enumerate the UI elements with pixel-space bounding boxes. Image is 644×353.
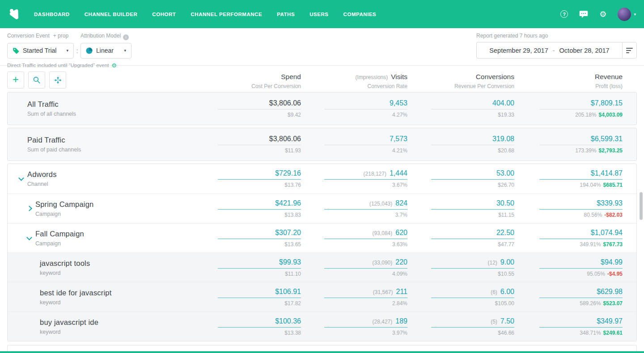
profit-amount: $685.71 — [603, 182, 623, 188]
avatar[interactable] — [618, 8, 631, 21]
cell-value-line[interactable]: $3,806.06 — [218, 99, 301, 109]
impressions-count: (125,043) — [369, 201, 392, 207]
plus-icon: + — [13, 75, 18, 85]
cell-value: 7,573 — [390, 135, 407, 143]
table-row[interactable]: javascript tools keyword $99.93 $11.10 (… — [8, 252, 636, 282]
table-row[interactable]: All Traffic Sum of all channels $3,806.0… — [8, 92, 636, 125]
cell-value-line[interactable]: (5)7.50 — [431, 317, 514, 328]
add-button[interactable]: + — [7, 71, 24, 88]
cell-value-line[interactable]: 30.50 — [431, 199, 514, 210]
nav-item-users[interactable]: USERS — [309, 12, 328, 17]
cell-subvalue: $105.00 — [407, 300, 514, 307]
nav-item-cohort[interactable]: COHORT — [152, 12, 176, 17]
add-prop-link[interactable]: + prop — [53, 33, 68, 39]
cell-value-line[interactable]: $3,806.06 — [218, 135, 301, 145]
gear-icon[interactable]: ⚙ — [599, 10, 606, 18]
cell-value-line[interactable]: $6,599.31 — [539, 135, 623, 145]
spend-cell: $100.36 $13.38 — [195, 317, 301, 336]
cell-value: $3,806.06 — [269, 99, 301, 107]
table-row[interactable]: buy javascript ide keyword $100.36 $13.3… — [8, 311, 636, 341]
profit-percentage: 205.18% — [575, 112, 596, 118]
cell-value: 824 — [395, 199, 407, 207]
impressions-count: (33,090) — [373, 260, 393, 266]
conversion-event-dropdown[interactable]: Started Trial ▾ — [7, 43, 74, 59]
cell-value: 9.00 — [500, 258, 514, 266]
gear-icon[interactable]: ⚙ — [111, 62, 117, 69]
profit-percentage: 349.91% — [580, 241, 601, 248]
cell-subvalue: 3.67% — [301, 182, 407, 188]
help-icon[interactable]: ? — [560, 10, 568, 18]
cell-value-line[interactable]: $1,414.87 — [539, 169, 623, 180]
spend-cell: $307.20 $13.65 — [195, 229, 301, 248]
cell-value-line[interactable]: $94.99 — [539, 258, 623, 269]
app-logo[interactable] — [8, 7, 22, 21]
date-range-picker[interactable]: September 29, 2017 - October 28, 2017 — [476, 42, 622, 59]
visits-cell: (31,567)211 2.84% — [301, 288, 407, 307]
chat-icon[interactable] — [579, 10, 588, 18]
cell-value-line[interactable]: (6)6.00 — [431, 288, 514, 298]
spend-cell: $106.91 $17.82 — [195, 288, 301, 307]
cell-value-line[interactable]: $100.36 — [218, 317, 301, 328]
visits-cell: (28,427)189 3.97% — [301, 317, 407, 336]
cell-value-line[interactable]: 404.00 — [431, 99, 514, 109]
report-options-button[interactable] — [622, 42, 637, 59]
cell-value-line[interactable]: $421.96 — [218, 199, 301, 210]
cell-value-line[interactable]: (93,084)620 — [324, 229, 407, 239]
search-button[interactable] — [28, 71, 45, 88]
cell-value-line[interactable]: (218,127)1,444 — [324, 169, 407, 180]
nav-item-channel-performance[interactable]: CHANNEL PERFORMANCE — [191, 12, 262, 17]
move-button[interactable] — [49, 71, 66, 88]
cell-value-line[interactable]: (125,043)824 — [324, 199, 407, 210]
cell-value: 7.50 — [500, 317, 514, 325]
cell-subvalue: 4.21% — [301, 147, 407, 154]
cell-value-line[interactable]: $7,809.15 — [539, 99, 623, 109]
cell-value-line[interactable]: $339.93 — [539, 199, 623, 210]
cell-subvalue: 2.84% — [301, 300, 407, 307]
nav-item-channel-builder[interactable]: CHANNEL BUILDER — [85, 12, 138, 17]
column-header-conversions: Conversions Revenue Per Conversion — [407, 71, 514, 89]
table-row[interactable]: Fall Campaign Campaign $307.20 $13.65 (9… — [8, 223, 636, 252]
cell-prefix: (12) — [488, 260, 497, 266]
column-header-spend: Spend Cost Per Conversion — [195, 71, 301, 89]
nav-item-dashboard[interactable]: DASHBOARD — [34, 12, 70, 17]
revenue-cell: $1,074.94 349.91%$767.73 — [514, 229, 623, 248]
cell-value-line[interactable]: $629.98 — [539, 288, 623, 298]
row-subtitle: Campaign — [35, 211, 94, 217]
cell-value: 319.08 — [492, 135, 514, 143]
profit-percentage: 80.56% — [584, 212, 602, 218]
cell-value-line[interactable]: $106.91 — [218, 288, 301, 298]
cell-value-line[interactable]: 9,453 — [324, 99, 407, 109]
nav-item-companies[interactable]: COMPANIES — [343, 12, 377, 17]
visits-cell: (33,090)220 4.09% — [301, 258, 407, 277]
cell-value-line[interactable]: (12)9.00 — [431, 258, 514, 269]
visits-cell: (125,043)824 3.7% — [301, 199, 407, 218]
cell-value: $729.16 — [275, 169, 301, 177]
cell-value-line[interactable]: $99.93 — [218, 258, 301, 269]
cell-value-line[interactable]: 53.00 — [431, 169, 514, 180]
table-row[interactable]: Adwords Channel $729.16 $13.76 (218,127)… — [8, 164, 636, 193]
visits-cell: (218,127)1,444 3.67% — [301, 169, 407, 188]
account-menu[interactable]: ▾ — [618, 8, 636, 21]
cell-value: 22.50 — [496, 229, 514, 236]
table-row[interactable]: Spring Campaign Campaign $421.96 $13.83 … — [8, 193, 636, 223]
table-row[interactable]: Paid Traffic Sum of paid channels $3,806… — [8, 128, 636, 160]
cell-value-line[interactable]: (31,567)211 — [324, 288, 407, 298]
cell-value-line[interactable]: $729.16 — [218, 169, 301, 180]
cell-value-line[interactable]: $1,074.94 — [539, 229, 623, 239]
cell-value-line[interactable]: $349.97 — [539, 317, 623, 328]
cell-value-line[interactable]: 7,573 — [324, 135, 407, 145]
info-icon[interactable]: i — [123, 34, 129, 40]
cell-value-line[interactable]: (28,427)189 — [324, 317, 407, 328]
cell-value-line[interactable]: (33,090)220 — [324, 258, 407, 269]
table-row[interactable]: best ide for javascript keyword $106.91 … — [8, 282, 636, 311]
visits-cell: 7,573 4.21% — [301, 135, 407, 154]
spend-cell: $421.96 $13.83 — [195, 199, 301, 218]
cell-value-line[interactable]: 319.08 — [431, 135, 514, 145]
cell-value-line[interactable]: 22.50 — [431, 229, 514, 239]
scrollbar-thumb[interactable] — [640, 192, 643, 220]
attribution-model-dropdown[interactable]: Linear ▾ — [80, 43, 131, 59]
nav-item-paths[interactable]: PATHS — [277, 12, 295, 17]
cell-value: $339.93 — [597, 199, 623, 207]
cell-value-line[interactable]: $307.20 — [218, 229, 301, 239]
cell-value: 620 — [395, 229, 407, 236]
